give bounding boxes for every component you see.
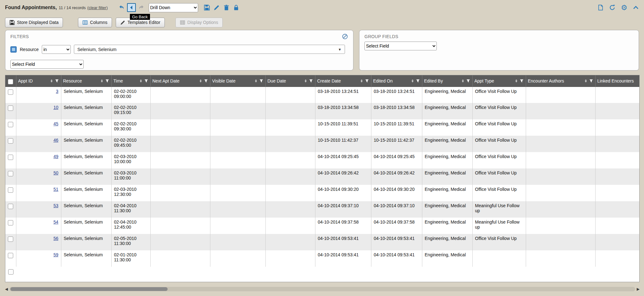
clear-filters-icon[interactable] bbox=[342, 33, 348, 40]
filter-funnel-icon[interactable] bbox=[416, 79, 420, 83]
cell-time: 02-02-2010 09:30:00 bbox=[111, 119, 150, 136]
row-checkbox[interactable] bbox=[8, 204, 13, 209]
empty-row bbox=[5, 267, 640, 281]
sort-icon[interactable] bbox=[303, 79, 308, 83]
row-checkbox[interactable] bbox=[8, 171, 13, 176]
cell-due-date bbox=[265, 218, 315, 234]
select-all-checkbox[interactable] bbox=[8, 79, 13, 84]
row-checkbox[interactable] bbox=[8, 89, 13, 95]
scrollbar-thumb[interactable] bbox=[10, 287, 168, 291]
row-checkbox[interactable] bbox=[8, 236, 13, 242]
collapse-chevron-up-icon[interactable] bbox=[633, 4, 639, 11]
appt-id-link[interactable]: 50 bbox=[53, 170, 58, 175]
row-checkbox[interactable] bbox=[8, 253, 13, 258]
edit-pencil-icon[interactable] bbox=[214, 4, 220, 11]
edit-icons-group bbox=[204, 4, 239, 11]
gear-icon[interactable]: ⚙ bbox=[621, 4, 627, 11]
column-label: Linked Encounters bbox=[597, 78, 638, 83]
cell-linked-encounters bbox=[595, 201, 640, 218]
filter-funnel-icon[interactable] bbox=[365, 79, 369, 83]
columns-button[interactable]: Columns bbox=[78, 18, 112, 27]
refresh-icon[interactable] bbox=[609, 4, 615, 11]
cell-next-apt-date bbox=[150, 87, 210, 103]
appt-id-link[interactable]: 54 bbox=[53, 219, 58, 225]
filters-title: FILTERS bbox=[10, 34, 29, 39]
combobox-dropdown-icon[interactable]: ▼ bbox=[338, 48, 341, 51]
column-header-linked-encounters[interactable]: Linked Encounters bbox=[595, 75, 640, 87]
appt-id-link[interactable]: 59 bbox=[53, 252, 58, 257]
filter-funnel-icon[interactable] bbox=[144, 79, 148, 83]
column-label: Create Date bbox=[317, 78, 358, 83]
report-page-icon[interactable] bbox=[597, 4, 604, 11]
sort-icon[interactable] bbox=[49, 79, 54, 83]
row-checkbox[interactable] bbox=[8, 138, 13, 144]
column-header-encounter-authors[interactable]: Encounter Authors bbox=[526, 75, 595, 87]
filter-funnel-icon[interactable] bbox=[466, 79, 470, 83]
scroll-right-icon[interactable]: ▶ bbox=[637, 287, 640, 291]
sort-icon[interactable] bbox=[100, 79, 104, 83]
column-header-create-date[interactable]: Create Date bbox=[315, 75, 371, 87]
row-checkbox[interactable] bbox=[8, 155, 13, 160]
filter-funnel-icon[interactable] bbox=[55, 79, 59, 83]
scrollbar-track[interactable] bbox=[9, 287, 635, 291]
appt-id-link[interactable]: 46 bbox=[53, 138, 58, 143]
delete-trash-icon[interactable] bbox=[223, 4, 230, 11]
column-header-due-date[interactable]: Due Date bbox=[265, 75, 315, 87]
column-header-appt-type[interactable]: Appt Type bbox=[472, 75, 526, 87]
sort-icon[interactable] bbox=[359, 79, 364, 83]
appt-id-link[interactable]: 51 bbox=[53, 187, 58, 192]
appt-id-link[interactable]: 3 bbox=[56, 89, 58, 94]
group-field-select[interactable]: Select Field bbox=[364, 42, 437, 50]
display-options-button[interactable]: Display Options bbox=[175, 18, 223, 27]
drill-down-select[interactable]: Drill Down bbox=[149, 3, 198, 12]
column-header-time[interactable]: Time bbox=[111, 75, 150, 87]
row-checkbox[interactable] bbox=[8, 105, 13, 111]
filter-funnel-icon[interactable] bbox=[589, 79, 593, 83]
filter-funnel-icon[interactable] bbox=[309, 79, 313, 83]
cell-edited-on: 03-18-2010 13:34:58 bbox=[371, 103, 422, 119]
filter-enabled-checkbox[interactable] bbox=[10, 46, 17, 53]
filter-value-combobox[interactable]: Selenium, Selenium ▼ bbox=[74, 45, 345, 54]
appt-id-link[interactable]: 10 bbox=[53, 105, 58, 110]
column-header-edited-on[interactable]: Edited On bbox=[371, 75, 422, 87]
row-checkbox[interactable] bbox=[8, 269, 14, 275]
row-checkbox[interactable] bbox=[8, 122, 13, 127]
row-checkbox[interactable] bbox=[8, 220, 13, 225]
column-header-appt-id[interactable]: Appt ID bbox=[16, 75, 61, 87]
filter-operator-select[interactable]: in bbox=[42, 45, 71, 54]
row-checkbox-cell bbox=[5, 250, 16, 267]
appt-id-link[interactable]: 49 bbox=[53, 154, 58, 159]
row-checkbox[interactable] bbox=[8, 187, 13, 193]
sort-icon[interactable] bbox=[139, 79, 143, 83]
save-icon[interactable] bbox=[204, 4, 210, 11]
appt-id-link[interactable]: 45 bbox=[53, 121, 58, 126]
filter-funnel-icon[interactable] bbox=[519, 79, 524, 83]
sort-icon[interactable] bbox=[254, 79, 258, 83]
clear-filter-link[interactable]: (clear filter) bbox=[87, 5, 108, 10]
sort-icon[interactable] bbox=[410, 79, 415, 83]
store-displayed-data-button[interactable]: Store Displayed Data bbox=[5, 18, 63, 27]
filter-funnel-icon[interactable] bbox=[259, 79, 264, 83]
appt-id-link[interactable]: 53 bbox=[53, 203, 58, 208]
filter-funnel-icon[interactable] bbox=[105, 79, 109, 83]
cell-appt-type: Office Visit Follow Up bbox=[472, 152, 526, 168]
row-checkbox-cell bbox=[5, 103, 16, 119]
cell-appt-id: 56 bbox=[16, 234, 61, 250]
appt-id-link[interactable]: 56 bbox=[53, 236, 58, 241]
sort-icon[interactable] bbox=[198, 79, 203, 83]
sort-icon[interactable] bbox=[584, 79, 588, 83]
undo-icon[interactable] bbox=[119, 4, 125, 11]
lock-icon[interactable] bbox=[233, 4, 239, 11]
go-back-button[interactable] bbox=[127, 3, 136, 12]
column-header-edited-by[interactable]: Edited By bbox=[422, 75, 472, 87]
filter-funnel-icon[interactable] bbox=[204, 79, 208, 83]
column-header-resource[interactable]: Resource bbox=[61, 75, 111, 87]
cell-visible-date bbox=[210, 119, 265, 136]
column-header-visible-date[interactable]: Visible Date bbox=[210, 75, 265, 87]
column-header-next-apt-date[interactable]: Next Apt Date bbox=[150, 75, 210, 87]
add-filter-field-select[interactable]: Select Field bbox=[10, 60, 84, 69]
go-forward-icon[interactable] bbox=[138, 4, 144, 11]
scroll-left-icon[interactable]: ◀ bbox=[5, 287, 8, 291]
sort-icon[interactable] bbox=[514, 79, 519, 83]
sort-icon[interactable] bbox=[461, 79, 465, 83]
